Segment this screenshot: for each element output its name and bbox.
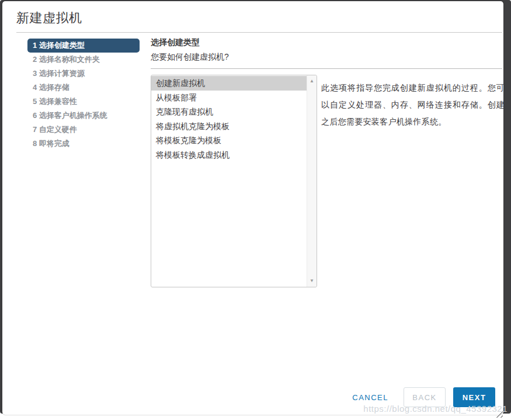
content-divider <box>151 68 502 69</box>
creation-type-option[interactable]: 克隆现有虚拟机 <box>151 105 307 119</box>
next-button[interactable]: NEXT <box>453 387 495 407</box>
back-button[interactable]: BACK <box>404 387 446 407</box>
wizard-step[interactable]: 2 选择名称和文件夹 <box>27 53 140 67</box>
wizard-step[interactable]: 4 选择存储 <box>27 81 140 95</box>
wizard-step[interactable]: 1 选择创建类型 <box>27 39 140 53</box>
creation-type-listbox: 创建新虚拟机从模板部署克隆现有虚拟机将虚拟机克隆为模板将模板克隆为模板将模板转换… <box>151 75 317 287</box>
scroll-up-icon[interactable]: ▲ <box>307 77 317 86</box>
option-description: 此选项将指导您完成创建新虚拟机的过程。您可以自定义处理器、内存、网络连接和存储。… <box>321 79 505 130</box>
wizard-steps: 1 选择创建类型2 选择名称和文件夹3 选择计算资源4 选择存储5 选择兼容性6… <box>27 39 140 151</box>
screen: 新建虚拟机 1 选择创建类型2 选择名称和文件夹3 选择计算资源4 选择存储5 … <box>0 0 511 420</box>
creation-type-option[interactable]: 从模板部署 <box>151 91 307 105</box>
content-question: 您要如何创建虚拟机? <box>151 52 229 63</box>
wizard-step[interactable]: 6 选择客户机操作系统 <box>27 109 140 123</box>
new-vm-wizard-dialog: 新建虚拟机 1 选择创建类型2 选择名称和文件夹3 选择计算资源4 选择存储5 … <box>2 1 503 415</box>
wizard-step[interactable]: 8 即将完成 <box>27 137 140 151</box>
footer-actions: CANCEL BACK NEXT <box>346 387 495 407</box>
cancel-button[interactable]: CANCEL <box>346 387 394 407</box>
creation-type-options: 创建新虚拟机从模板部署克隆现有虚拟机将虚拟机克隆为模板将模板克隆为模板将模板转换… <box>151 76 307 162</box>
wizard-step[interactable]: 5 选择兼容性 <box>27 95 140 109</box>
creation-type-option[interactable]: 将虚拟机克隆为模板 <box>151 119 307 134</box>
scroll-down-icon[interactable]: ▼ <box>307 276 317 286</box>
wizard-step[interactable]: 7 自定义硬件 <box>27 123 140 137</box>
creation-type-option[interactable]: 将模板克隆为模板 <box>151 133 307 148</box>
dialog-title: 新建虚拟机 <box>16 9 82 27</box>
title-divider <box>16 32 502 33</box>
wizard-step[interactable]: 3 选择计算资源 <box>27 67 140 81</box>
creation-type-option[interactable]: 创建新虚拟机 <box>151 76 307 91</box>
creation-type-option[interactable]: 将模板转换成虚拟机 <box>151 148 307 162</box>
listbox-scrollbar[interactable]: ▲ ▼ <box>307 75 317 287</box>
content-heading: 选择创建类型 <box>151 37 200 48</box>
